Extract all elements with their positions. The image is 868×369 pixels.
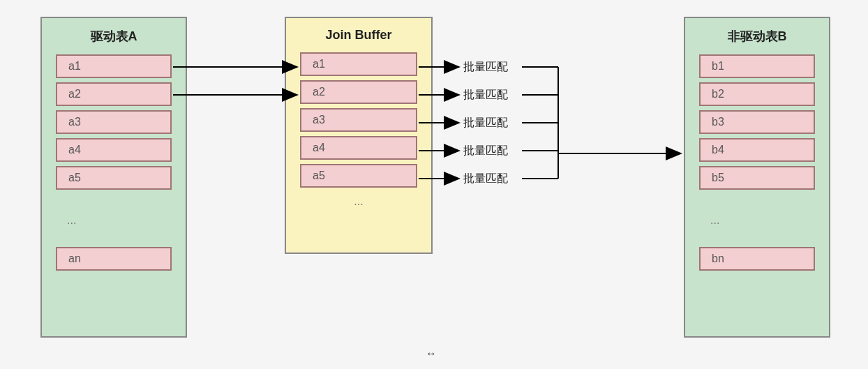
- table-a-row: a1: [56, 54, 172, 78]
- resize-cue-icon: ↔: [426, 347, 437, 360]
- buffer-row: a2: [300, 80, 417, 104]
- buffer-row: a1: [300, 52, 417, 76]
- table-a-row-last: an: [56, 247, 172, 271]
- table-a-row: a5: [56, 166, 172, 190]
- buffer-ellipsis: ...: [300, 192, 417, 211]
- table-a-ellipsis: ...: [56, 211, 172, 230]
- table-b-row: b4: [699, 138, 815, 162]
- join-buffer: Join Buffer a1 a2 a3 a4 a5 ...: [285, 17, 433, 254]
- match-label: 批量匹配: [463, 172, 508, 186]
- diagram-stage: 驱动表A a1 a2 a3 a4 a5 ... an Join Buffer a…: [0, 0, 868, 369]
- buffer-row: a3: [300, 108, 417, 132]
- table-b-title: 非驱动表B: [699, 28, 815, 45]
- match-label: 批量匹配: [463, 116, 508, 130]
- buffer-row: a4: [300, 136, 417, 160]
- non-driving-table-b: 非驱动表B b1 b2 b3 b4 b5 ... bn: [684, 17, 830, 338]
- table-b-ellipsis: ...: [699, 211, 815, 230]
- table-b-row: b5: [699, 166, 815, 190]
- match-label: 批量匹配: [463, 88, 508, 103]
- table-b-row: b3: [699, 110, 815, 134]
- buffer-row: a5: [300, 164, 417, 188]
- driving-table-a: 驱动表A a1 a2 a3 a4 a5 ... an: [40, 17, 187, 338]
- table-a-row: a4: [56, 138, 172, 162]
- match-label: 批量匹配: [463, 60, 508, 75]
- table-b-row: b1: [699, 54, 815, 78]
- table-a-row: a2: [56, 82, 172, 106]
- join-buffer-title: Join Buffer: [300, 28, 417, 43]
- table-b-row: b2: [699, 82, 815, 106]
- table-b-row-last: bn: [699, 247, 815, 271]
- match-label: 批量匹配: [463, 144, 508, 158]
- table-a-row: a3: [56, 110, 172, 134]
- table-a-title: 驱动表A: [56, 28, 172, 45]
